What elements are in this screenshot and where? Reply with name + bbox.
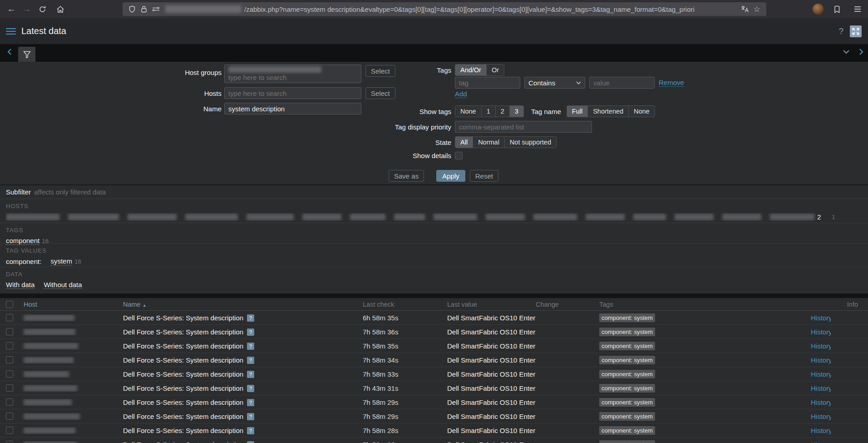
item-name-link[interactable]: Dell Force S-Series: System description — [123, 370, 243, 378]
hint-icon[interactable]: ? — [247, 357, 254, 364]
show-details-checkbox[interactable] — [455, 152, 463, 159]
add-tag-link[interactable]: Add — [455, 90, 467, 98]
item-name-link[interactable]: Dell Force S-Series: System description — [123, 427, 243, 434]
host-name-redacted[interactable] — [24, 413, 80, 420]
subfilter-host-redacted[interactable] — [185, 214, 238, 220]
tag-value-input[interactable] — [589, 77, 655, 89]
option-none[interactable]: None — [455, 106, 481, 117]
item-name-link[interactable]: Dell Force S-Series: System description — [123, 398, 243, 406]
last-value-link[interactable]: Dell SmartFabric OS10 Enterpri... — [447, 356, 536, 364]
last-value-link[interactable]: Dell SmartFabric OS10 Enterpri... — [447, 342, 536, 350]
row-checkbox[interactable] — [6, 342, 13, 349]
option-and-or[interactable]: And/Or — [455, 65, 486, 75]
host-name-redacted[interactable] — [24, 357, 74, 363]
hint-icon[interactable]: ? — [247, 399, 254, 406]
tag-badge[interactable]: component: system — [599, 342, 655, 350]
host-name-redacted[interactable] — [24, 343, 78, 349]
history-link[interactable]: History — [811, 384, 831, 392]
history-link[interactable]: History — [811, 398, 831, 406]
shield-icon[interactable] — [126, 3, 138, 15]
history-link[interactable]: History — [811, 328, 831, 336]
tag-priority-input[interactable] — [455, 121, 592, 133]
last-value-link[interactable]: Dell SmartFabric OS10 Enterpri... — [447, 384, 536, 392]
name-input[interactable] — [224, 103, 361, 114]
subfilter-host-redacted[interactable] — [633, 214, 666, 220]
tag-operator-select[interactable]: Contains — [524, 77, 585, 89]
browser-reload-button[interactable] — [35, 2, 50, 16]
help-icon[interactable]: ? — [838, 26, 843, 36]
host-name-redacted[interactable] — [24, 371, 69, 378]
lock-icon[interactable] — [138, 3, 150, 15]
subfilter-host-redacted[interactable] — [302, 214, 341, 220]
subfilter-tag-component-link[interactable]: component — [6, 237, 39, 245]
tag-input[interactable] — [455, 77, 520, 89]
last-value-link[interactable]: Dell SmartFabric OS10 Enterpri... — [447, 441, 536, 443]
option-1[interactable]: 1 — [481, 106, 495, 117]
next-page-arrow[interactable] — [859, 48, 863, 55]
subfilter-host-redacted[interactable] — [350, 214, 385, 220]
browser-forward-button[interactable]: → — [19, 2, 35, 16]
history-link[interactable]: History — [811, 356, 831, 364]
subfilter-host-redacted[interactable] — [586, 214, 625, 220]
browser-menu-button[interactable] — [850, 2, 865, 16]
browser-back-button[interactable]: ← — [4, 2, 19, 16]
host-group-selected-redacted[interactable] — [228, 66, 321, 73]
tag-badge[interactable]: component: system — [599, 328, 655, 336]
subfilter-host-redacted[interactable] — [6, 214, 59, 220]
history-link[interactable]: History — [811, 441, 831, 443]
without-data-link[interactable]: Without data — [44, 281, 82, 289]
hint-icon[interactable]: ? — [247, 427, 254, 434]
apply-button[interactable]: Apply — [436, 170, 465, 182]
item-name-link[interactable]: Dell Force S-Series: System description — [123, 441, 243, 443]
option-full[interactable]: Full — [567, 106, 587, 117]
last-value-link[interactable]: Dell SmartFabric OS10 Enterpri... — [447, 328, 536, 336]
hint-icon[interactable]: ? — [247, 329, 254, 336]
subfilter-host-redacted[interactable] — [394, 214, 425, 220]
last-value-link[interactable]: Dell SmartFabric OS10 Enterpri... — [447, 427, 536, 434]
row-checkbox[interactable] — [6, 413, 13, 420]
last-value-link[interactable]: Dell SmartFabric OS10 Enterpri... — [447, 413, 536, 420]
item-name-link[interactable]: Dell Force S-Series: System description — [123, 342, 243, 350]
select-all-checkbox[interactable] — [6, 301, 13, 308]
url-text[interactable]: /zabbix.php?name=system description&eval… — [244, 5, 739, 13]
item-name-link[interactable]: Dell Force S-Series: System description — [123, 384, 243, 392]
remove-tag-link[interactable]: Remove — [659, 79, 684, 87]
subfilter-host-redacted[interactable] — [486, 214, 525, 220]
row-checkbox[interactable] — [6, 441, 13, 443]
subfilter-host-redacted[interactable] — [533, 214, 577, 220]
hint-icon[interactable]: ? — [247, 441, 254, 443]
tag-badge[interactable]: component: system — [599, 440, 655, 443]
row-checkbox[interactable] — [6, 356, 13, 363]
history-link[interactable]: History — [811, 427, 831, 434]
last-value-link[interactable]: Dell SmartFabric OS10 Enterpri... — [447, 370, 536, 378]
item-name-link[interactable]: Dell Force S-Series: System description — [123, 328, 243, 336]
permissions-icon[interactable] — [150, 3, 162, 15]
row-checkbox[interactable] — [6, 384, 13, 392]
tag-badge[interactable]: component: system — [599, 356, 655, 364]
subfilter-host-redacted[interactable] — [434, 214, 477, 220]
host-name-redacted[interactable] — [24, 427, 75, 434]
history-link[interactable]: History — [811, 342, 831, 350]
item-name-link[interactable]: Dell Force S-Series: System description — [123, 314, 243, 322]
host-name-redacted[interactable] — [24, 329, 75, 335]
history-link[interactable]: History — [811, 370, 831, 378]
row-checkbox[interactable] — [6, 328, 13, 335]
host-name-redacted[interactable] — [24, 385, 77, 392]
collapse-filter-chevron[interactable] — [843, 50, 850, 54]
host-name-redacted[interactable] — [24, 441, 77, 443]
translate-icon[interactable] — [739, 3, 751, 15]
hint-icon[interactable]: ? — [247, 343, 254, 350]
subfilter-host-redacted[interactable] — [247, 214, 294, 220]
subfilter-host-redacted[interactable] — [722, 214, 761, 220]
option-none[interactable]: None — [628, 106, 655, 117]
host-name-redacted[interactable] — [24, 399, 72, 406]
option-normal[interactable]: Normal — [473, 137, 504, 148]
filter-tab[interactable] — [18, 47, 35, 62]
tag-badge[interactable]: component: system — [599, 384, 655, 393]
hint-icon[interactable]: ? — [247, 413, 254, 420]
history-link[interactable]: History — [811, 314, 831, 322]
hint-icon[interactable]: ? — [247, 385, 254, 392]
option-not-supported[interactable]: Not supported — [504, 137, 556, 148]
subfilter-host-redacted[interactable] — [68, 214, 119, 220]
prev-page-arrow[interactable] — [7, 48, 12, 55]
